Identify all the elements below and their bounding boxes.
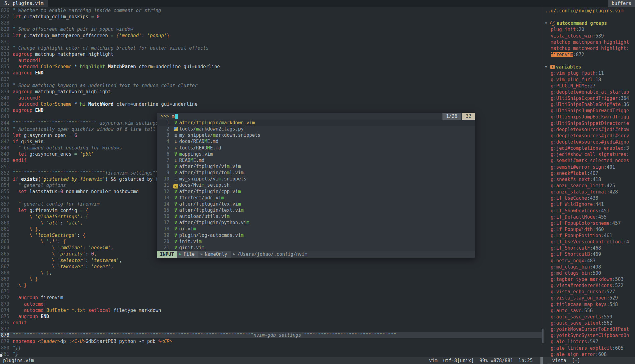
symbol-item[interactable]: g:jedi#show_call_signatures: <box>542 151 634 158</box>
symbol-item[interactable]: g:auto_save:556 <box>542 308 634 314</box>
symbol-item[interactable]: g:netrw_nogx:483 <box>542 258 634 264</box>
file-result-row[interactable]: 1Vafter/ftplugin/markdown.vim <box>157 120 475 126</box>
fuzzy-search-input[interactable]: >>>m 1/2632 <box>157 113 475 120</box>
code-line[interactable]: 832" Change highlight color of matching … <box>0 45 542 51</box>
code-line[interactable]: 868 \ }, <box>0 270 542 276</box>
symbol-item[interactable]: g:sneak#s_next:418 <box>542 176 634 183</box>
code-line[interactable]: 834 autocmd! <box>0 57 542 64</box>
symbol-item[interactable]: g:deoplete#sources#jedi#igno <box>542 139 634 145</box>
code-line[interactable]: 831 <box>0 39 542 45</box>
code-line[interactable]: 830let g:matchup_matchparen_offscreen = … <box>0 33 542 39</box>
file-result-row[interactable]: 10≡my_snippets/vim.snippets <box>157 176 475 182</box>
file-result-row[interactable]: 6Vmappings.vim <box>157 151 475 157</box>
symbol-item[interactable]: g:Lf_UseCache:438 <box>542 195 634 201</box>
symbol-item[interactable]: g:vista_echo_cursor:527 <box>542 289 634 295</box>
file-result-row[interactable]: 8Vafter/ftplugin/vim.vim <box>157 163 475 170</box>
code-line[interactable]: 869 \ } <box>0 276 542 282</box>
code-line[interactable]: 833augroup matchup_matchparen_highlight <box>0 51 542 57</box>
symbol-item[interactable]: g:deoplete#sources#jedi#show <box>542 127 634 133</box>
file-result-row[interactable]: 2tools/markdown2ctags.py <box>157 126 475 132</box>
symbol-item[interactable]: g:UltiSnipsJumpBackwardTrigg <box>542 114 634 120</box>
code-line[interactable]: 873 autocmd! <box>0 301 542 307</box>
code-line[interactable]: 836augroup END <box>0 70 542 76</box>
symbol-item[interactable]: g:Lf_UseVersionControlTool:4 <box>542 239 634 245</box>
symbol-item[interactable]: g:Lf_PopupColorscheme:457 <box>542 220 634 226</box>
symbol-item[interactable]: g:PLUGIN_HOME:27 <box>542 83 634 89</box>
symbol-item[interactable]: g:sneak#label:407 <box>542 170 634 176</box>
symbol-item[interactable]: g:UltiSnipsJumpForwardTrigge <box>542 108 634 114</box>
tab-plugins-vim[interactable]: 5. plugins.vim <box>0 0 48 7</box>
symbol-item[interactable]: g:yoinkSyncSystemClipboardOn <box>542 332 634 339</box>
file-result-row[interactable]: 14Vafter/ftplugin/tex.vim <box>157 201 475 207</box>
symbol-item[interactable]: matchup_matchword_highlight: <box>542 45 634 51</box>
symbol-item[interactable]: g:semshi#error_sign:401 <box>542 164 634 170</box>
symbol-item[interactable]: g:UltiSnipsExpandTrigger:364 <box>542 95 634 101</box>
symbol-item[interactable]: firenvim:872 <box>542 51 634 58</box>
buffers-button[interactable]: buffers <box>608 0 635 7</box>
code-line[interactable]: 880"}} <box>0 345 542 351</box>
code-line[interactable]: 835 autocmd ColorScheme * highlight Matc… <box>0 64 542 70</box>
file-result-row[interactable]: 9Vafter/ftplugin/toml.vim <box>157 170 475 176</box>
code-line[interactable]: 871 <box>0 288 542 295</box>
code-line[interactable]: 881"} <box>0 351 542 357</box>
file-result-row[interactable]: 21Vginit.vim <box>157 245 475 251</box>
code-line[interactable]: 827let g:matchup_delim_noskips = 0 <box>0 14 542 20</box>
symbol-item[interactable]: g:ale_linters:597 <box>542 339 634 345</box>
symbol-item[interactable]: plug_init:20 <box>542 26 634 33</box>
code-line[interactable]: 872 augroup firenvim <box>0 295 542 301</box>
code-line[interactable]: 879nnoremap <leader>dp :<C-U>GdbStartPDB… <box>0 338 542 344</box>
code-line[interactable]: 841 autocmd ColorScheme * hi MatchWord c… <box>0 101 542 107</box>
file-result-row[interactable]: 17Vafter/ftplugin/python.vim <box>157 220 475 226</box>
code-line[interactable]: 876endif <box>0 320 542 326</box>
code-line[interactable]: 866 \ 'selector': 'textarea', <box>0 257 542 264</box>
code-line[interactable]: 878"""""""""""""""""""""""""""""""""""""… <box>0 332 542 338</box>
symbol-item[interactable]: g:auto_save_events:559 <box>542 314 634 320</box>
file-result-row[interactable]: 12Vafter/ftplugin/cpp.vim <box>157 189 475 195</box>
symbol-item[interactable]: g:vista#renderer#icons:522 <box>542 282 634 289</box>
file-result-row[interactable]: 16Vautoload/utils.vim <box>157 213 475 220</box>
section-header-autocommand-groups[interactable]: ▼?autocommand groups <box>542 20 634 26</box>
file-result-row[interactable]: 5↓tools/README.md <box>157 145 475 151</box>
symbol-item[interactable]: g:Lf_WildIgnore:441 <box>542 201 634 207</box>
symbol-item[interactable]: g:ale_linters_explicit:605 <box>542 345 634 351</box>
code-line[interactable]: 828 <box>0 20 542 26</box>
code-line[interactable]: 870 \ } <box>0 282 542 288</box>
symbol-item[interactable]: g:md_ctags_bin:498 <box>542 264 634 270</box>
code-line[interactable]: 877 <box>0 326 542 332</box>
file-result-row[interactable]: 4↓docs/README.md <box>157 138 475 144</box>
symbol-item[interactable]: g:Lf_DefaultMode:455 <box>542 214 634 220</box>
symbol-item[interactable]: g:vista_stay_on_open:529 <box>542 295 634 301</box>
symbol-item[interactable]: g:jedi#completions_enabled:3 <box>542 145 634 151</box>
code-line[interactable]: 874 autocmd BufEnter *.txt setlocal file… <box>0 307 542 313</box>
symbol-item[interactable]: g:Lf_ShowDevIcons:451 <box>542 208 634 214</box>
symbol-item[interactable]: matchup_matchparen_highlight <box>542 39 634 45</box>
symbol-item[interactable]: g:titlecase_map_keys:548 <box>542 301 634 308</box>
code-line[interactable]: 838" Show matching keyword as underlined… <box>0 82 542 89</box>
symbol-item[interactable]: g:auto_save_silent:562 <box>542 320 634 326</box>
sidebar-scrollbar-thumb[interactable] <box>542 329 544 343</box>
symbol-item[interactable]: g:yoinkMoveCursorToEndOfPast <box>542 326 634 332</box>
file-result-row[interactable]: 7↓README.md <box>157 157 475 163</box>
code-line[interactable]: 829" Show offscreen match pair in popup … <box>0 26 542 32</box>
symbol-item[interactable]: g:deoplete#sources#jedi#serv <box>542 133 634 139</box>
symbol-item[interactable]: g:Lf_PopupWidth:460 <box>542 226 634 233</box>
file-result-row[interactable]: 19Vplugin/log-autocmds.vim <box>157 232 475 238</box>
section-header-variables[interactable]: ▼xvariables <box>542 64 634 70</box>
symbol-item[interactable]: g:md_ctags_bin:500 <box>542 270 634 276</box>
symbol-item[interactable]: g:ale_sign_error:608 <box>542 351 634 357</box>
code-line[interactable]: 867 \ 'takeover': 'never', <box>0 264 542 270</box>
symbol-item[interactable]: g:semshi#mark_selected_nodes <box>542 158 634 164</box>
code-line[interactable]: 840 autocmd! <box>0 95 542 101</box>
symbol-item[interactable]: g:anzu_status_format:428 <box>542 189 634 195</box>
symbol-item[interactable]: g:Lf_PopupPosition:461 <box>542 233 634 239</box>
code-line[interactable]: 826" Whether to enable matching inside c… <box>0 7 542 14</box>
symbol-item[interactable]: g:UltiSnipsEnableSnipMate:36 <box>542 101 634 108</box>
symbol-item[interactable]: vista_close_win:539 <box>542 33 634 39</box>
file-result-row[interactable]: 20Vinit.vim <box>157 238 475 245</box>
symbol-item[interactable]: g:UltiSnipsSnippetDirectorie <box>542 120 634 127</box>
code-line[interactable]: 875 augroup END <box>0 313 542 320</box>
file-result-row[interactable]: 13Vftdetect/pdc.vim <box>157 195 475 201</box>
file-result-row[interactable]: 11>_docs/Nvim_setup.sh <box>157 182 475 188</box>
symbol-item[interactable]: g:anzu_search_limit:425 <box>542 183 634 189</box>
symbol-item[interactable]: g:deoplete#enable_at_startup <box>542 89 634 95</box>
